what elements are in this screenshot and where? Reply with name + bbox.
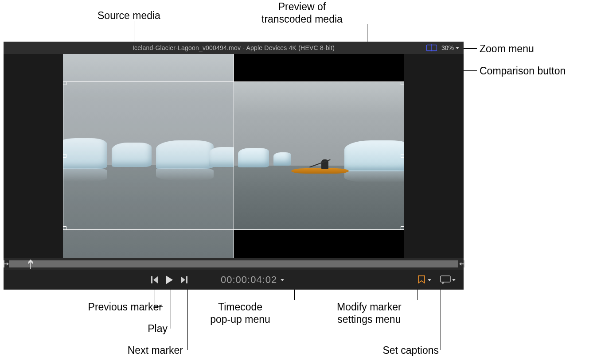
next-marker-icon (180, 276, 188, 284)
svg-rect-4 (186, 276, 187, 283)
previous-marker-button[interactable] (151, 276, 159, 284)
svg-rect-3 (151, 276, 152, 283)
timeline[interactable] (4, 258, 464, 270)
svg-rect-5 (441, 276, 450, 282)
viewer-area (4, 54, 464, 258)
callout-modify-marker: Modify marker settings menu (337, 301, 402, 325)
window-title: Iceland-Glacier-Lagoon_v000494.mov - App… (133, 44, 335, 51)
callout-source-media: Source media (98, 10, 160, 22)
out-point-marker[interactable] (459, 260, 464, 268)
chevron-down-icon (456, 47, 459, 49)
play-button[interactable] (165, 275, 174, 285)
zoom-value: 30% (441, 44, 454, 51)
comparison-button[interactable] (426, 44, 437, 51)
chevron-down-icon (428, 279, 431, 281)
next-marker-button[interactable] (180, 276, 188, 284)
callout-set-captions: Set captions (382, 345, 439, 356)
captions-icon (440, 275, 451, 284)
media-frame[interactable] (63, 54, 404, 258)
play-icon (165, 275, 174, 285)
set-captions-menu[interactable] (440, 275, 456, 284)
callout-comparison-button: Comparison button (480, 65, 566, 77)
callout-play: Play (148, 323, 168, 335)
previous-marker-icon (151, 276, 159, 284)
chevron-down-icon (281, 279, 284, 281)
modify-marker-settings-menu[interactable] (417, 275, 431, 285)
titlebar: Iceland-Glacier-Lagoon_v000494.mov - App… (4, 42, 464, 54)
transcoded-media-preview (234, 54, 404, 258)
timecode-popup-menu[interactable]: 00:00:04:02 (221, 274, 284, 286)
playhead[interactable] (28, 259, 33, 268)
source-media-preview (63, 54, 234, 258)
timecode-display: 00:00:04:02 (221, 274, 277, 286)
marker-icon (417, 275, 426, 285)
callout-line (155, 306, 163, 307)
zoom-menu[interactable]: 30% (441, 44, 459, 51)
callout-timecode-popup: Timecode pop-up menu (210, 301, 270, 325)
chevron-down-icon (452, 279, 456, 281)
comparison-divider[interactable] (234, 54, 234, 258)
callout-zoom-menu: Zoom menu (480, 43, 534, 55)
comparison-icon (426, 44, 437, 51)
timeline-track[interactable] (9, 260, 458, 267)
in-point-marker[interactable] (4, 260, 8, 268)
callout-preview-transcoded: Preview of transcoded media (261, 1, 343, 25)
transport-controls: 00:00:04:02 (4, 270, 464, 290)
callout-next-marker: Next marker (128, 345, 183, 356)
preview-window: Iceland-Glacier-Lagoon_v000494.mov - App… (4, 42, 464, 290)
callout-line (294, 300, 295, 300)
callout-previous-marker: Previous marker (88, 301, 162, 313)
